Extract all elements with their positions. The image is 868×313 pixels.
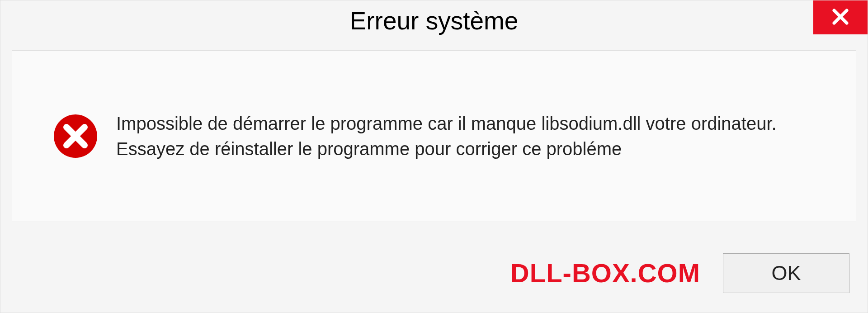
- error-message: Impossible de démarrer le programme car …: [116, 111, 820, 161]
- error-dialog: Erreur système Impossible de démarrer le…: [0, 0, 868, 313]
- titlebar: Erreur système: [0, 0, 868, 41]
- ok-button-label: OK: [771, 261, 801, 285]
- dialog-footer: DLL-BOX.COM OK: [0, 245, 868, 313]
- close-button[interactable]: [813, 0, 868, 34]
- error-icon: [53, 114, 98, 159]
- dialog-title: Erreur système: [350, 6, 519, 35]
- close-icon: [831, 7, 850, 28]
- watermark-text: DLL-BOX.COM: [510, 258, 700, 288]
- ok-button[interactable]: OK: [723, 253, 849, 293]
- message-box: Impossible de démarrer le programme car …: [12, 50, 856, 222]
